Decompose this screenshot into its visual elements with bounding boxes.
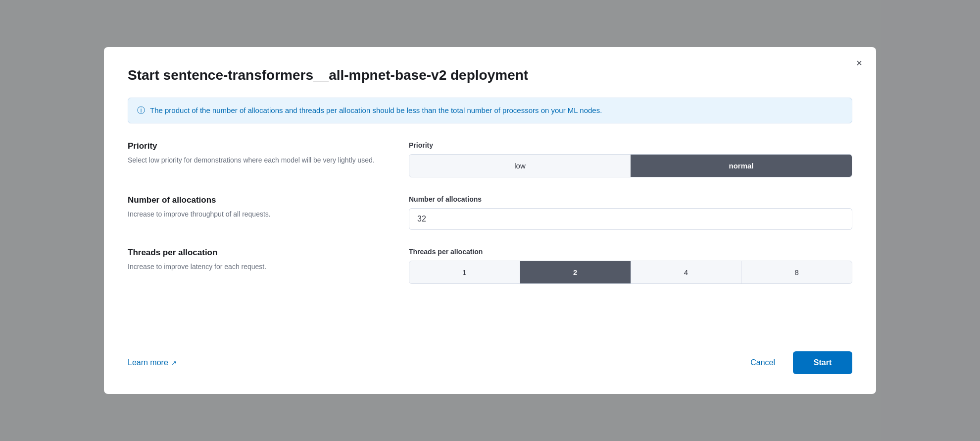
priority-section: Priority Select low priority for demonst… [128, 141, 852, 177]
modal-dialog: × Start sentence-transformers__all-mpnet… [104, 47, 876, 394]
threads-toggle-group: 1 2 4 8 [409, 261, 852, 284]
allocations-field-label: Number of allocations [409, 195, 852, 203]
threads-right: Threads per allocation 1 2 4 8 [409, 248, 852, 284]
modal-title: Start sentence-transformers__all-mpnet-b… [128, 67, 852, 84]
allocations-section-desc: Increase to improve throughput of all re… [128, 209, 385, 220]
priority-section-desc: Select low priority for demonstrations w… [128, 155, 385, 165]
modal-footer: Learn more ↗ Cancel Start [128, 339, 852, 374]
priority-toggle-group: low normal [409, 154, 852, 177]
allocations-section-title: Number of allocations [128, 195, 385, 205]
modal-overlay: × Start sentence-transformers__all-mpnet… [0, 0, 980, 441]
allocations-section: Number of allocations Increase to improv… [128, 195, 852, 230]
close-button[interactable]: × [854, 56, 864, 70]
threads-2-button[interactable]: 2 [520, 261, 631, 283]
threads-section-title: Threads per allocation [128, 248, 385, 258]
threads-left: Threads per allocation Increase to impro… [128, 248, 385, 272]
info-banner: ⓘ The product of the number of allocatio… [128, 98, 852, 124]
priority-normal-button[interactable]: normal [631, 155, 852, 177]
start-button[interactable]: Start [793, 351, 852, 374]
learn-more-link[interactable]: Learn more ↗ [128, 358, 177, 367]
external-link-icon: ↗ [171, 359, 177, 367]
threads-section-desc: Increase to improve latency for each req… [128, 262, 385, 272]
cancel-button[interactable]: Cancel [740, 352, 785, 373]
priority-field-label: Priority [409, 141, 852, 149]
threads-1-button[interactable]: 1 [409, 261, 520, 283]
threads-8-button[interactable]: 8 [741, 261, 852, 283]
allocations-input[interactable] [409, 208, 852, 230]
priority-left: Priority Select low priority for demonst… [128, 141, 385, 165]
learn-more-label: Learn more [128, 358, 168, 367]
priority-low-button[interactable]: low [409, 155, 631, 177]
threads-field-label: Threads per allocation [409, 248, 852, 256]
spacer [128, 302, 852, 328]
allocations-right: Number of allocations [409, 195, 852, 230]
info-icon: ⓘ [137, 106, 145, 116]
allocations-left: Number of allocations Increase to improv… [128, 195, 385, 220]
threads-section: Threads per allocation Increase to impro… [128, 248, 852, 284]
priority-right: Priority low normal [409, 141, 852, 177]
threads-4-button[interactable]: 4 [631, 261, 742, 283]
info-banner-text: The product of the number of allocations… [150, 105, 602, 116]
priority-section-title: Priority [128, 141, 385, 151]
footer-buttons: Cancel Start [740, 351, 852, 374]
